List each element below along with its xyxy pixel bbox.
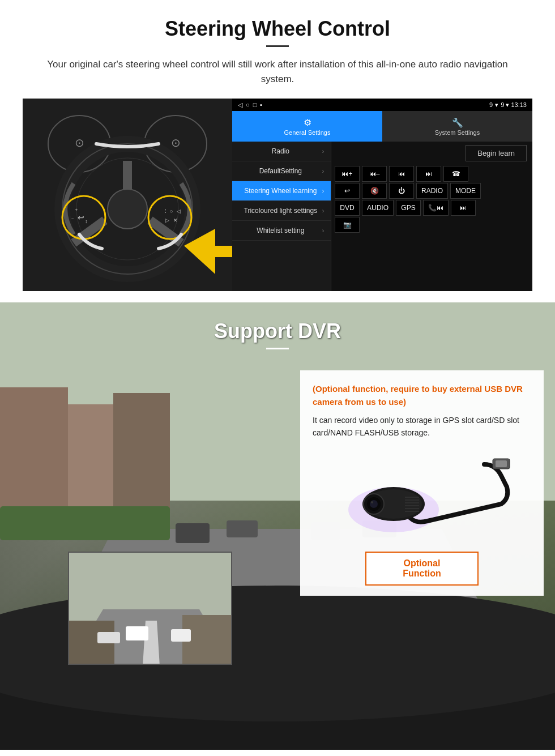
tab-system-settings[interactable]: 🔧 System Settings bbox=[382, 111, 532, 142]
right-content-panel: Begin learn ⏮+ ⏮– ⏮ ⏭ ☎ ↩ bbox=[331, 142, 532, 291]
menu-item-tricoloured[interactable]: Tricoloured light settings › bbox=[232, 201, 331, 221]
vol-down-button[interactable]: ⏮– bbox=[362, 166, 387, 182]
steering-section: Steering Wheel Control Your original car… bbox=[0, 0, 555, 291]
svg-rect-47 bbox=[496, 460, 507, 467]
svg-text:↩: ↩ bbox=[78, 213, 84, 222]
svg-text:↕: ↕ bbox=[85, 219, 88, 224]
svg-rect-43 bbox=[97, 632, 120, 643]
btn-row-4: 📷 bbox=[335, 217, 529, 233]
dvr-info-card: (Optional function, require to buy exter… bbox=[300, 370, 544, 596]
begin-learn-button[interactable]: Begin learn bbox=[466, 145, 527, 161]
menu-item-radio[interactable]: Radio › bbox=[232, 142, 331, 161]
tab-general-settings[interactable]: ⚙ General Settings bbox=[232, 111, 382, 142]
gps-button[interactable]: GPS bbox=[396, 200, 421, 216]
hangup-button[interactable]: ↩ bbox=[335, 183, 360, 199]
dvr-thumbnail bbox=[68, 552, 232, 665]
begin-learn-row: Begin learn bbox=[331, 142, 532, 165]
btn-row-1: ⏮+ ⏮– ⏮ ⏭ ☎ bbox=[335, 166, 529, 182]
dvr-title-area: Support DVR bbox=[0, 302, 555, 349]
optional-function-button[interactable]: Optional Function bbox=[365, 552, 479, 586]
title-divider bbox=[266, 45, 289, 47]
dvd-button[interactable]: DVD bbox=[335, 200, 360, 216]
tab-bar: ⚙ General Settings 🔧 System Settings bbox=[232, 111, 532, 142]
nav-icons: ◁ ○ □ ▪ bbox=[238, 101, 262, 109]
menu-item-steering-wheel[interactable]: Steering Wheel learning › bbox=[232, 181, 331, 201]
power-button[interactable]: ⏻ bbox=[389, 183, 414, 199]
camera-button[interactable]: 📷 bbox=[335, 217, 360, 233]
svg-point-52 bbox=[370, 500, 378, 508]
svg-rect-31 bbox=[176, 523, 210, 543]
svg-rect-42 bbox=[126, 626, 148, 640]
control-button-grid: ⏮+ ⏮– ⏮ ⏭ ☎ ↩ 🔇 ⏻ RADIO MODE bbox=[331, 165, 532, 234]
left-menu: Radio › DefaultSetting › Steering Wheel … bbox=[232, 142, 331, 291]
audio-button[interactable]: AUDIO bbox=[362, 200, 394, 216]
arrow-icon: › bbox=[322, 208, 324, 214]
gear-icon: ⚙ bbox=[304, 117, 311, 128]
svg-text:+: + bbox=[75, 207, 78, 213]
next-button[interactable]: ⏭ bbox=[416, 166, 441, 182]
dvr-title: Support DVR bbox=[0, 319, 555, 343]
steering-title: Steering Wheel Control bbox=[23, 17, 532, 41]
steering-subtitle: Your original car's steering wheel contr… bbox=[45, 57, 510, 86]
arrow-icon: › bbox=[322, 168, 324, 174]
tab-general-label: General Settings bbox=[284, 129, 331, 136]
tab-system-label: System Settings bbox=[435, 129, 480, 136]
svg-text:◁: ◁ bbox=[177, 208, 181, 214]
prev-button[interactable]: ⏮ bbox=[389, 166, 414, 182]
menu-item-defaultsetting[interactable]: DefaultSetting › bbox=[232, 161, 331, 181]
svg-text:✕: ✕ bbox=[173, 217, 178, 223]
svg-point-53 bbox=[371, 501, 373, 503]
mode-button[interactable]: MODE bbox=[450, 183, 481, 199]
dvr-optional-text: (Optional function, require to buy exter… bbox=[313, 383, 531, 408]
dvr-background: Support DVR (Optional fu bbox=[0, 302, 555, 750]
svg-rect-32 bbox=[227, 520, 258, 537]
arrow-icon: › bbox=[322, 148, 324, 155]
mute-button[interactable]: 🔇 bbox=[362, 183, 387, 199]
dvr-desc-text: It can record video only to storage in G… bbox=[313, 414, 531, 439]
vol-up-button[interactable]: ⏮+ bbox=[335, 166, 360, 182]
status-indicators: 9 ▾ 9 ▾ 13:13 bbox=[489, 101, 527, 109]
content-area: Radio › DefaultSetting › Steering Wheel … bbox=[232, 142, 532, 291]
svg-text:⊙: ⊙ bbox=[75, 136, 84, 149]
steering-wheel-image: ⊙ ⊙ + bbox=[23, 99, 232, 291]
phone-button[interactable]: ☎ bbox=[443, 166, 468, 182]
menu-item-whitelist[interactable]: Whitelist setting › bbox=[232, 221, 331, 241]
svg-rect-30 bbox=[0, 506, 170, 540]
svg-rect-44 bbox=[171, 629, 191, 642]
status-bar: ◁ ○ □ ▪ 9 ▾ 9 ▾ 13:13 bbox=[232, 99, 532, 111]
dvr-thumb-inner bbox=[69, 553, 231, 664]
system-icon: 🔧 bbox=[452, 117, 463, 128]
svg-text:▷: ▷ bbox=[165, 217, 169, 223]
phone-prev-button[interactable]: 📞⏮ bbox=[423, 200, 449, 216]
svg-text:−: − bbox=[71, 216, 74, 221]
dvr-section: Support DVR (Optional fu bbox=[0, 302, 555, 750]
dvr-camera-area bbox=[313, 447, 531, 544]
demo-container: ⊙ ⊙ + bbox=[23, 99, 532, 291]
svg-point-8 bbox=[108, 189, 147, 229]
phone-next-button[interactable]: ⏭ bbox=[451, 200, 476, 216]
dvr-divider bbox=[266, 348, 289, 349]
svg-text:⊙: ⊙ bbox=[171, 136, 181, 149]
radio-button[interactable]: RADIO bbox=[416, 183, 448, 199]
android-ui-panel: ◁ ○ □ ▪ 9 ▾ 9 ▾ 13:13 ⚙ General Settings bbox=[232, 99, 532, 291]
svg-text:⋮: ⋮ bbox=[163, 208, 168, 214]
btn-row-2: ↩ 🔇 ⏻ RADIO MODE bbox=[335, 183, 529, 199]
arrow-icon: › bbox=[322, 228, 324, 234]
btn-row-3: DVD AUDIO GPS 📞⏮ ⏭ bbox=[335, 200, 529, 216]
arrow-icon: › bbox=[322, 188, 324, 194]
svg-text:○: ○ bbox=[170, 208, 173, 214]
